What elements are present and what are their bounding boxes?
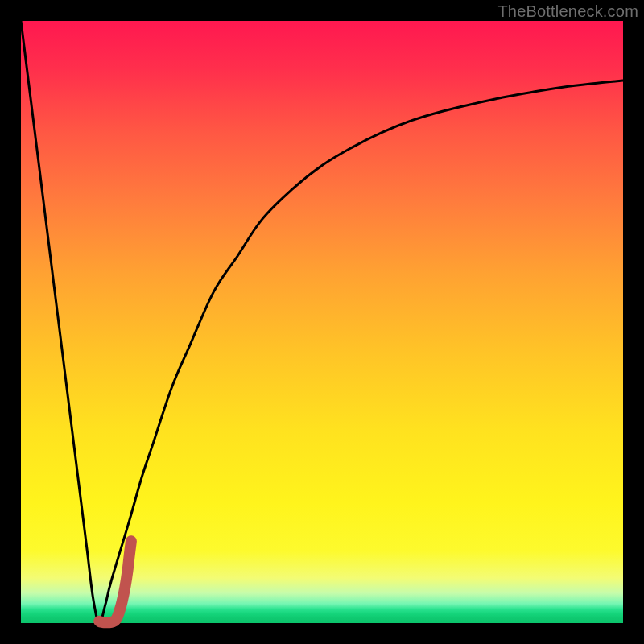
plot-area: [21, 21, 623, 623]
bottleneck-curve: [21, 21, 623, 623]
chart-frame: TheBottleneck.com: [0, 0, 644, 644]
watermark-text: TheBottleneck.com: [497, 2, 638, 21]
curve-layer: [21, 21, 623, 623]
